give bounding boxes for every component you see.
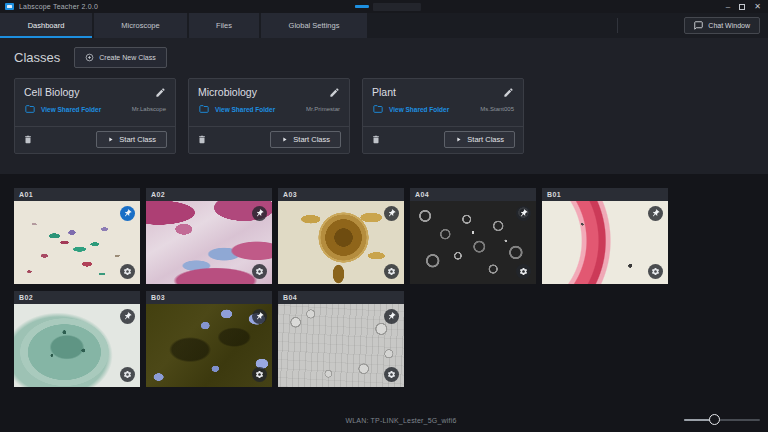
close-button[interactable]: ✕ (754, 0, 761, 13)
start-class-button[interactable]: Start Class (270, 131, 341, 148)
titlebar: Labscope Teacher 2.0.0 – ✕ (0, 0, 768, 13)
microscope-thumb-a02[interactable]: A02 (146, 188, 272, 284)
thumbnail-grid: A01 A02 (14, 188, 756, 387)
window-controls: – ✕ (726, 0, 768, 13)
gear-icon (519, 267, 528, 276)
microscope-thumb-b02[interactable]: B02 (14, 291, 140, 387)
pin-button[interactable] (252, 206, 267, 221)
microscope-label: A01 (19, 191, 33, 198)
pin-icon (121, 310, 134, 323)
pin-icon (649, 207, 662, 220)
thumb-header: B02 (14, 291, 140, 304)
play-icon (107, 136, 114, 143)
pin-button[interactable] (120, 206, 135, 221)
thumb-header: B03 (146, 291, 272, 304)
class-title: Plant (372, 86, 396, 98)
thumb-settings-button[interactable] (120, 367, 135, 382)
delete-class-button[interactable] (197, 134, 207, 145)
thumb-settings-button[interactable] (252, 264, 267, 279)
class-title: Microbiology (198, 86, 257, 98)
maximize-button[interactable] (739, 4, 745, 10)
classes-header: Classes Create New Class (14, 47, 167, 68)
create-new-class-label: Create New Class (99, 54, 155, 61)
trash-icon (197, 134, 207, 145)
microscope-label: B03 (151, 294, 165, 301)
gear-icon (651, 267, 660, 276)
thumb-settings-button[interactable] (384, 264, 399, 279)
thumb-settings-button[interactable] (648, 264, 663, 279)
start-class-label: Start Class (119, 135, 156, 144)
create-new-class-button[interactable]: Create New Class (74, 47, 166, 68)
trash-icon (371, 134, 381, 145)
microscope-thumb-b03[interactable]: B03 (146, 291, 272, 387)
chat-window-button[interactable]: Chat Window (684, 17, 760, 34)
delete-class-button[interactable] (23, 134, 33, 145)
microscope-label: B02 (19, 294, 33, 301)
pin-icon (253, 207, 266, 220)
thumb-header: A03 (278, 188, 404, 201)
thumb-settings-button[interactable] (120, 264, 135, 279)
microscope-thumb-a01[interactable]: A01 (14, 188, 140, 284)
wifi-strength-handle[interactable] (709, 414, 720, 425)
start-class-button[interactable]: Start Class (444, 131, 515, 148)
shared-folder-row: View Shared Folder Mr.Labscope (15, 101, 175, 119)
microscope-thumb-a03[interactable]: A03 (278, 188, 404, 284)
folder-icon (24, 104, 36, 114)
edit-class-button[interactable] (503, 87, 514, 98)
tab-global-settings[interactable]: Global Settings (261, 13, 367, 38)
edit-class-button[interactable] (329, 87, 340, 98)
minimize-button[interactable]: – (726, 0, 730, 13)
view-shared-folder-link[interactable]: View Shared Folder (41, 106, 101, 113)
titlebar-pill (373, 3, 421, 11)
class-card-plant: Plant View Shared Folder Ms.Stant005 (362, 78, 524, 154)
pin-button[interactable] (648, 206, 663, 221)
start-class-label: Start Class (293, 135, 330, 144)
microscope-thumb-a04[interactable]: A04 (410, 188, 536, 284)
shared-folder-row: View Shared Folder Mr.Primestar (189, 101, 349, 119)
tab-microscope[interactable]: Microscope (94, 13, 187, 38)
tab-global-settings-label: Global Settings (289, 21, 340, 30)
card-footer: Start Class (189, 126, 349, 153)
delete-class-button[interactable] (371, 134, 381, 145)
tabbar: Dashboard Microscope Files Global Settin… (0, 13, 768, 38)
pin-icon (517, 207, 530, 220)
pin-button[interactable] (120, 309, 135, 324)
gear-icon (123, 370, 132, 379)
chat-window-label: Chat Window (708, 22, 750, 29)
pin-icon (253, 310, 266, 323)
start-class-button[interactable]: Start Class (96, 131, 167, 148)
pin-button[interactable] (384, 206, 399, 221)
class-card-cell-biology: Cell Biology View Shared Folder Mr.Labsc… (14, 78, 176, 154)
pin-button[interactable] (516, 206, 531, 221)
microscope-thumb-b04[interactable]: B04 (278, 291, 404, 387)
thumb-settings-button[interactable] (516, 264, 531, 279)
tab-microscope-label: Microscope (121, 21, 159, 30)
thumb-settings-button[interactable] (252, 367, 267, 382)
microscope-thumb-b01[interactable]: B01 (542, 188, 668, 284)
card-footer: Start Class (15, 126, 175, 153)
microscope-label: B04 (283, 294, 297, 301)
thumb-settings-button[interactable] (384, 367, 399, 382)
teacher-name: Mr.Primestar (306, 106, 340, 112)
pin-button[interactable] (252, 309, 267, 324)
thumb-header: A01 (14, 188, 140, 201)
teacher-name: Ms.Stant005 (480, 106, 514, 112)
gear-icon (255, 370, 264, 379)
pencil-icon (155, 87, 166, 98)
pin-button[interactable] (384, 309, 399, 324)
edit-class-button[interactable] (155, 87, 166, 98)
classes-section: Classes Create New Class Cell Biology (0, 38, 768, 174)
gear-icon (387, 267, 396, 276)
bottom-slider[interactable] (684, 413, 760, 427)
app-window: Labscope Teacher 2.0.0 – ✕ Dashboard Mic… (0, 0, 768, 432)
tab-dashboard[interactable]: Dashboard (0, 13, 92, 38)
play-icon (455, 136, 462, 143)
view-shared-folder-link[interactable]: View Shared Folder (389, 106, 449, 113)
view-shared-folder-link[interactable]: View Shared Folder (215, 106, 275, 113)
pencil-icon (503, 87, 514, 98)
gear-icon (255, 267, 264, 276)
window-title: Labscope Teacher 2.0.0 (19, 3, 98, 10)
tab-files[interactable]: Files (189, 13, 259, 38)
class-title: Cell Biology (24, 86, 79, 98)
thumb-header: B04 (278, 291, 404, 304)
